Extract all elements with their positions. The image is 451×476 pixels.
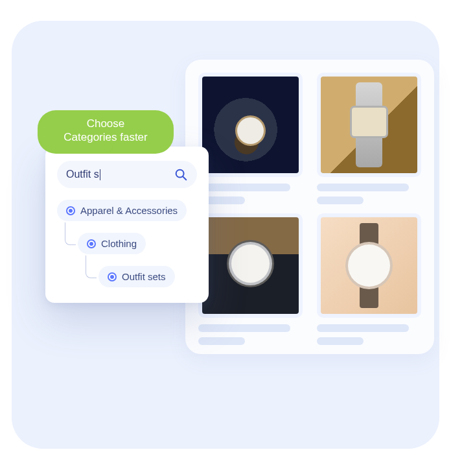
product-card[interactable] xyxy=(198,213,303,345)
radio-icon xyxy=(108,272,117,281)
product-subtitle-placeholder xyxy=(198,337,245,345)
product-card[interactable] xyxy=(317,73,421,204)
product-subtitle-placeholder xyxy=(317,196,364,204)
hint-badge-line-2: Categories faster xyxy=(64,131,147,143)
product-image xyxy=(198,213,303,318)
category-label: Clothing xyxy=(101,238,137,249)
category-search-field[interactable]: Outfit s xyxy=(57,161,197,188)
svg-line-1 xyxy=(183,176,186,180)
product-image xyxy=(317,213,421,318)
category-item-clothing[interactable]: Clothing xyxy=(78,233,146,254)
product-subtitle-placeholder xyxy=(317,337,364,345)
category-label: Apparel & Accessories xyxy=(80,205,178,216)
product-card[interactable] xyxy=(317,213,421,345)
hint-badge-line-1: Choose xyxy=(87,117,125,130)
search-icon xyxy=(174,167,188,182)
category-label: Outfit sets xyxy=(122,271,166,282)
product-title-placeholder xyxy=(317,324,409,332)
radio-icon xyxy=(87,239,96,248)
product-image xyxy=(198,73,303,177)
product-image xyxy=(317,73,421,177)
product-title-placeholder xyxy=(198,324,290,332)
hint-badge-tail xyxy=(104,143,113,152)
radio-icon xyxy=(66,206,75,215)
category-item-outfit-sets[interactable]: Outfit sets xyxy=(98,266,175,287)
category-selector-panel: Choose Categories faster Outfit s Appare… xyxy=(45,147,209,303)
product-card[interactable] xyxy=(198,73,303,204)
product-title-placeholder xyxy=(198,184,290,191)
search-input[interactable]: Outfit s xyxy=(66,169,163,180)
product-title-placeholder xyxy=(317,184,409,191)
product-grid-panel xyxy=(185,60,434,354)
category-item-apparel[interactable]: Apparel & Accessories xyxy=(57,200,187,221)
